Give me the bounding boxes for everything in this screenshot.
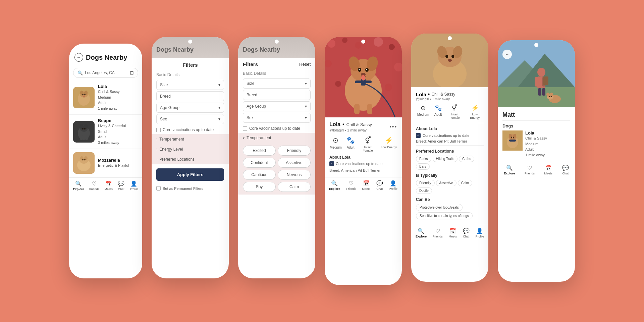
temperament-label-p3: Temperament	[247, 136, 271, 140]
size-dropdown-p2[interactable]: Size ▾	[156, 80, 224, 90]
attr-age-label: Adult	[347, 146, 355, 149]
basic-details-label-p2: Basic Details	[152, 70, 229, 78]
dog-name-p5: Lola	[416, 92, 426, 97]
nav-friends-p4[interactable]: ♡ Friends	[346, 180, 356, 191]
nav-explore-p4[interactable]: 🔍 Explore	[329, 180, 340, 191]
vaccinations-checkbox-row-p3[interactable]: Core vaccinations up to date	[238, 124, 315, 133]
nav-chat-label-p5: Chat	[463, 235, 469, 238]
chevron-down-icon-size-p3: ▾	[305, 81, 307, 86]
nav-explore-label-p4: Explore	[329, 187, 340, 191]
friends-icon: ♡	[92, 180, 97, 187]
svg-point-14	[84, 128, 86, 129]
temperament-expanded-row-p3[interactable]: ▾ Temperament	[238, 133, 315, 143]
nav-profile-label-p5: Profile	[476, 235, 484, 238]
sex-dropdown-p3[interactable]: Sex ▾	[243, 113, 311, 123]
svg-point-28	[355, 42, 362, 49]
svg-point-27	[342, 38, 347, 43]
breed-input-p2[interactable]: Breed	[156, 91, 224, 101]
attr-sex-label: Intact Female	[360, 146, 376, 152]
chip-excited[interactable]: Excited	[243, 146, 276, 156]
user-dog-name-p6: Lola	[525, 130, 570, 136]
svg-rect-81	[509, 140, 516, 142]
nav-profile-p4[interactable]: 👤 Profile	[389, 180, 398, 191]
permanent-label-p2: Set as Permanent Filters	[163, 186, 203, 191]
temperament-expanded-section-p3: ▾ Temperament Excited Friendly Confident…	[238, 133, 315, 195]
user-dog-card-p6: Lola Chill & Sassy Medium Adult 1 mile a…	[502, 130, 570, 158]
profile-icon: 👤	[130, 180, 137, 187]
explore-icon-p5: 🔍	[418, 228, 424, 234]
list-item-mozzarella[interactable]: Mozzarella Energetic & Playful	[69, 149, 142, 177]
nav-meets-p4[interactable]: 📅 Meets	[362, 180, 370, 191]
nav-meets-p1[interactable]: 📅 Meets	[104, 180, 113, 191]
phone-dogs-nearby: ← Dogs Nearby 🔍 Los Angeles, CA ⊟	[69, 44, 142, 278]
chip-cautious[interactable]: Cautious	[243, 170, 276, 180]
breed-input-p3[interactable]: Breed	[243, 90, 311, 100]
filter-icon[interactable]: ⊟	[130, 70, 134, 75]
search-bar[interactable]: 🔍 Los Angeles, CA ⊟	[73, 68, 138, 78]
phone-notch-5	[448, 36, 452, 40]
about-section-title-p5: About Lola	[416, 126, 484, 131]
nav-profile-p1[interactable]: 👤 Profile	[130, 180, 139, 191]
chip-assertive[interactable]: Assertive	[278, 158, 311, 168]
chevron-down-icon-age: ▾	[218, 105, 220, 110]
pref-loc-expand-row-p2[interactable]: › Preferred Locations	[152, 154, 229, 164]
chip-confident[interactable]: Confident	[243, 158, 276, 168]
chip-shy[interactable]: Shy	[243, 182, 276, 192]
svg-rect-46	[354, 104, 360, 114]
nav-chat-label: Chat	[118, 187, 124, 191]
vaccinations-checkbox-p3[interactable]	[243, 126, 247, 131]
nav-meets-p6[interactable]: 📅 Meets	[544, 165, 553, 175]
dog-detail-illustration	[411, 34, 488, 87]
list-item-lola[interactable]: Lola Chill & Sassy Medium Adult 1 mile a…	[69, 80, 142, 115]
sex-dropdown-p2[interactable]: Sex ▾	[156, 114, 224, 124]
nav-friends-p6[interactable]: ♡ Friends	[525, 165, 535, 175]
vaccinations-checkbox-row-p2[interactable]: Core vaccinations up to date	[152, 125, 229, 134]
user-dog-info-p6: Lola Chill & Sassy Medium Adult 1 mile a…	[525, 130, 570, 158]
nav-friends-p5[interactable]: ♡ Friends	[433, 228, 443, 238]
vacc-checkmark-p4: ✓	[329, 161, 334, 166]
svg-point-72	[549, 96, 550, 97]
svg-point-22	[82, 159, 84, 161]
apply-filters-btn-p2[interactable]: Apply Filters	[156, 168, 224, 181]
nav-profile-p5[interactable]: 👤 Profile	[476, 228, 484, 238]
nav-chat-p6[interactable]: 💬 Chat	[562, 165, 569, 175]
permanent-checkbox-p2[interactable]	[156, 186, 161, 191]
size-dropdown-p3[interactable]: Size ▾	[243, 78, 311, 89]
nav-explore-p1[interactable]: 🔍 Explore	[73, 180, 84, 191]
attr-size: ⊙ Medium	[330, 136, 342, 152]
vaccinations-checkbox-p2[interactable]	[156, 128, 161, 132]
back-button-p1[interactable]: ←	[74, 53, 83, 62]
attr-size-label: Medium	[330, 146, 342, 149]
nav-chat-p4[interactable]: 💬 Chat	[376, 180, 383, 191]
p5-energy-icon: ⚡	[471, 104, 479, 112]
svg-rect-67	[543, 76, 548, 85]
nav-friends-label-p6: Friends	[525, 172, 535, 175]
permanent-filters-row-p2[interactable]: Set as Permanent Filters	[152, 185, 229, 192]
age-group-dropdown-p3[interactable]: Age Group ▾	[243, 101, 311, 111]
search-icon: 🔍	[77, 70, 83, 75]
age-group-dropdown-p2[interactable]: Age Group ▾	[156, 103, 224, 113]
svg-point-56	[448, 59, 452, 62]
temperament-expand-row-p2[interactable]: › Temperament	[152, 134, 229, 144]
nav-profile-label: Profile	[130, 187, 139, 191]
nav-friends-p1[interactable]: ♡ Friends	[89, 180, 99, 191]
meets-icon-p6: 📅	[545, 165, 552, 171]
nav-explore-p6[interactable]: 🔍 Explore	[504, 165, 515, 175]
nav-friends-label: Friends	[89, 187, 99, 191]
chip-nervous[interactable]: Nervous	[278, 170, 311, 180]
reset-btn-p3[interactable]: Reset	[299, 62, 311, 67]
nav-chat-p1[interactable]: 💬 Chat	[118, 180, 124, 191]
list-item-beppe[interactable]: Beppe Lively & Cheerful Small Adult 3 mi…	[69, 115, 142, 149]
svg-point-80	[513, 137, 514, 139]
filter-title-row-p3: Filters Reset	[238, 58, 315, 69]
p5-size-icon: ⊙	[421, 104, 426, 112]
more-options-dots-p4[interactable]: •••	[389, 124, 397, 130]
back-button-p6[interactable]: ←	[502, 50, 512, 59]
energy-expand-row-p2[interactable]: › Energy Level	[152, 144, 229, 154]
nav-chat-p5[interactable]: 💬 Chat	[463, 228, 470, 238]
chip-calm[interactable]: Calm	[278, 182, 311, 192]
nav-meets-p5[interactable]: 📅 Meets	[448, 228, 457, 238]
nav-explore-p5[interactable]: 🔍 Explore	[416, 228, 427, 238]
chip-friendly[interactable]: Friendly	[278, 146, 311, 156]
svg-point-48	[361, 75, 365, 80]
